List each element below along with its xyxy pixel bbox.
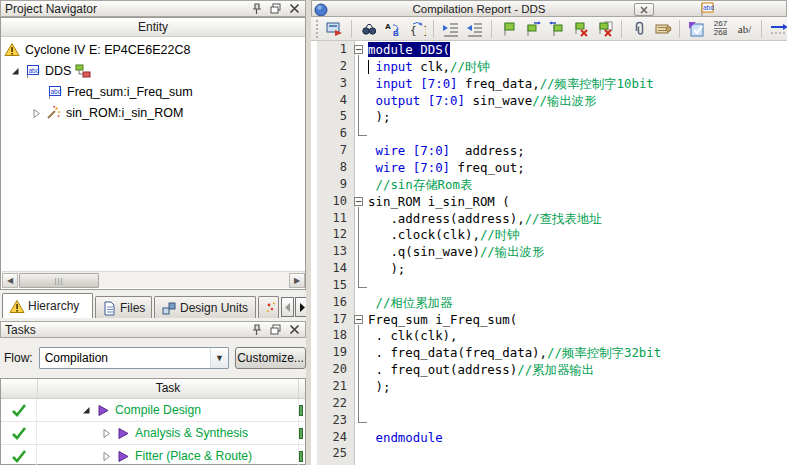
code-line[interactable]: 1−module DDS( [317, 42, 787, 59]
code-line[interactable]: 11 .address(address),//查找表地址 [317, 211, 787, 228]
tab-scroll-left-icon[interactable] [281, 297, 294, 317]
tree-item[interactable]: Cyclone IV E: EP4CE6E22C8 [1, 39, 305, 60]
pin-icon[interactable] [250, 323, 263, 336]
line-count-icon[interactable]: 267268 [710, 19, 731, 39]
tab-files[interactable]: Files [95, 296, 152, 318]
code-text[interactable]: . freq_out(address)//累加器输出 [368, 362, 594, 379]
run-task-icon[interactable] [96, 403, 112, 417]
code-text[interactable]: //sin存储Rom表 [368, 177, 472, 194]
task-row[interactable]: Analysis & Synthesis [1, 422, 305, 445]
scrollbar-thumb[interactable]: ||| [19, 273, 99, 288]
code-text[interactable]: ); [368, 109, 390, 126]
fold-collapse-icon[interactable]: − [354, 45, 363, 54]
entity-column-header[interactable]: Entity [1, 18, 305, 37]
tab-hierarchy[interactable]: Hierarchy [2, 293, 93, 318]
task-column-header[interactable]: Task [38, 379, 299, 398]
code-line[interactable]: 7 wire [7:0] address; [317, 143, 787, 160]
task-name-cell[interactable]: Fitter (Place & Route) [37, 445, 299, 465]
code-line[interactable]: 19 . freq_data(freq_data),//频率控制字32bit [317, 345, 787, 362]
code-line[interactable]: 18 . clk(clk), [317, 328, 787, 345]
indent-icon[interactable] [440, 19, 461, 39]
code-line[interactable]: 25 [317, 446, 787, 463]
task-name-cell[interactable]: Analysis & Synthesis [37, 422, 299, 444]
close-icon[interactable] [288, 323, 301, 336]
expand-closed-icon[interactable] [29, 106, 43, 120]
code-line[interactable]: 6 [317, 126, 787, 143]
code-line[interactable]: 22 [317, 396, 787, 413]
code-text[interactable]: ); [368, 379, 390, 396]
run-task-icon[interactable] [116, 426, 132, 440]
code-text[interactable]: sin_ROM i_sin_ROM ( [368, 194, 510, 211]
navigator-hscrollbar[interactable]: ◀ ||| ▶ [2, 271, 305, 288]
code-text[interactable]: ); [368, 261, 405, 278]
outdent-icon[interactable] [464, 19, 485, 39]
expand-closed-icon[interactable] [99, 449, 113, 463]
code-line[interactable]: 14 ); [317, 261, 787, 278]
float-window-icon[interactable] [269, 323, 282, 336]
tab-more[interactable] [258, 296, 279, 318]
expand-open-icon[interactable] [79, 403, 93, 417]
flow-select[interactable]: Compilation ▼ [39, 347, 229, 369]
register-window-icon[interactable] [324, 19, 345, 39]
status-column-header[interactable] [1, 379, 38, 398]
code-line[interactable]: 15 [317, 278, 787, 295]
code-text[interactable]: wire [7:0] address; [368, 143, 525, 160]
toolbar-grip[interactable] [316, 20, 318, 38]
code-line[interactable]: 10−sin_ROM i_sin_ROM ( [317, 194, 787, 211]
task-row[interactable]: Fitter (Place & Route) [1, 445, 305, 465]
fold-collapse-icon[interactable]: − [354, 197, 363, 206]
fold-margin[interactable]: − [353, 194, 368, 211]
code-text[interactable]: input [7:0] freq_data,//频率控制字10bit [368, 76, 654, 93]
code-line[interactable]: 23 [317, 413, 787, 430]
find-icon[interactable] [358, 19, 379, 39]
code-text[interactable]: endmodule [368, 430, 443, 447]
chevron-down-icon[interactable]: ▼ [210, 348, 228, 368]
scroll-right-icon[interactable]: ▶ [289, 273, 305, 288]
code-line[interactable]: 8 wire [7:0] freq_out; [317, 160, 787, 177]
code-editor[interactable]: 1−module DDS(2 input clk,//时钟3 input [7:… [311, 41, 787, 465]
code-line[interactable]: 4 output [7:0] sin_wave//输出波形 [317, 93, 787, 110]
code-line[interactable]: 12 .clock(clk),//时钟 [317, 227, 787, 244]
code-text[interactable]: .clock(clk),//时钟 [368, 227, 520, 244]
code-text[interactable]: Freq_sum i_Freq_sum( [368, 312, 517, 329]
code-line[interactable]: 2 input clk,//时钟 [317, 59, 787, 76]
pin-icon[interactable] [250, 2, 263, 15]
code-line[interactable]: 21 ); [317, 379, 787, 396]
code-line[interactable]: 20 . freq_out(address)//累加器输出 [317, 362, 787, 379]
code-text[interactable]: .q(sin_wave)//输出波形 [368, 244, 544, 261]
clear-all-bookmarks-icon[interactable] [594, 19, 615, 39]
code-text[interactable]: . clk(clk), [368, 328, 458, 345]
fold-collapse-icon[interactable]: − [354, 315, 363, 324]
hdl-assistant-icon[interactable] [686, 19, 707, 39]
tree-item[interactable]: abdDDS [1, 60, 305, 81]
matching-delimiter-icon[interactable]: { } [406, 19, 427, 39]
code-text[interactable]: output [7:0] sin_wave//输出波形 [368, 93, 597, 110]
task-row[interactable]: Compile Design [1, 399, 305, 422]
code-line[interactable]: 3 input [7:0] freq_data,//频率控制字10bit [317, 76, 787, 93]
prev-bookmark-icon[interactable] [546, 19, 567, 39]
code-text[interactable]: .address(address),//查找表地址 [368, 211, 602, 228]
fold-margin[interactable]: − [353, 42, 368, 59]
code-line[interactable]: 24 endmodule [317, 430, 787, 447]
close-icon[interactable] [288, 2, 301, 15]
tab-design-units[interactable]: Design Units [154, 296, 256, 318]
code-line[interactable]: 13 .q(sin_wave)//输出波形 [317, 244, 787, 261]
code-text[interactable]: //相位累加器 [368, 295, 452, 312]
expand-open-icon[interactable] [8, 64, 22, 78]
code-text[interactable]: input clk,//时钟 [368, 59, 490, 76]
replace-icon[interactable]: AB [382, 19, 403, 39]
run-task-icon[interactable] [116, 449, 132, 463]
syntax-ab-icon[interactable]: ab/ [734, 19, 755, 39]
code-line[interactable]: 17−Freq_sum i_Freq_sum( [317, 312, 787, 329]
scroll-left-icon[interactable]: ◀ [2, 273, 18, 288]
next-bookmark-icon[interactable] [522, 19, 543, 39]
code-text[interactable]: . freq_data(freq_data),//频率控制字32bit [368, 345, 661, 362]
code-text[interactable]: module DDS( [368, 42, 450, 59]
float-window-icon[interactable] [269, 2, 282, 15]
goto-arrow-icon[interactable] [768, 19, 787, 39]
attach-icon[interactable] [628, 19, 649, 39]
customize-button[interactable]: Customize... [235, 347, 306, 369]
clear-bookmark-icon[interactable] [570, 19, 591, 39]
task-name-cell[interactable]: Compile Design [37, 399, 299, 421]
fold-margin[interactable]: − [353, 312, 368, 329]
